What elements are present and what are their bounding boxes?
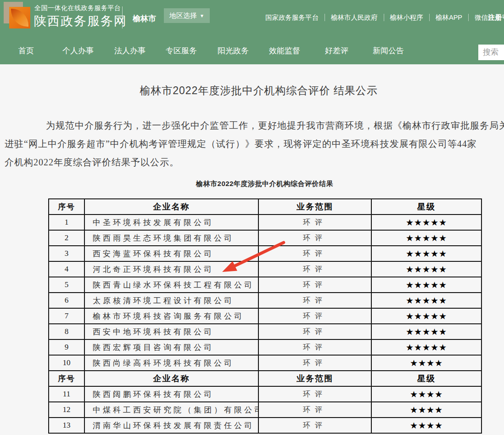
table-row: 1中圣环境科技发展有限公司环评★★★★★	[49, 215, 482, 230]
row-number: 13	[49, 418, 84, 433]
register-link[interactable]: 注册	[488, 13, 502, 22]
row-number: 1	[49, 215, 84, 230]
company-name: 陕西宏辉项目咨询有限公司	[84, 339, 258, 355]
row-number: 7	[49, 308, 84, 324]
nav-item-3[interactable]: 法人办事	[114, 45, 146, 56]
business-scope: 环评	[258, 324, 371, 339]
business-scope: 环评	[258, 246, 371, 261]
star-rating: ★★★★	[371, 402, 482, 418]
nav-item-1[interactable]: 首页	[18, 45, 34, 56]
column-header: 业务范围	[258, 199, 371, 215]
table-row: 6太原核清环境工程设计有限公司环评★★★★★	[49, 293, 482, 308]
company-name: 榆林市环境科技咨询服务有限公司	[84, 308, 258, 324]
table-row: 3西安海蓝环保科技有限公司环评★★★★★	[49, 246, 482, 261]
star-rating: ★★★★★	[371, 339, 482, 355]
company-name: 河北奇正环境科技有限公司	[84, 261, 258, 277]
company-name: 渭南华山环保科技发展有限责任公司	[84, 418, 258, 433]
chevron-down-icon: ▼	[200, 13, 204, 18]
row-number: 12	[49, 402, 84, 418]
table-row: 4河北奇正环境科技有限公司环评★★★★★	[49, 261, 482, 277]
business-scope: 环评	[258, 339, 371, 355]
company-name: 太原核清环境工程设计有限公司	[84, 293, 258, 308]
nav-item-5[interactable]: 阳光政务	[218, 45, 249, 56]
row-number: 10	[49, 355, 84, 371]
company-name: 陕西阔鹏环保科技有限公司	[84, 386, 258, 402]
header-link[interactable]: 榆林市人民政府	[325, 14, 384, 21]
paragraph-line: 为规范中介服务行为，进一步强化中介监管工作，更好地提升我市营商环境，根据《榆林市…	[5, 116, 504, 135]
star-rating: ★★★★	[371, 355, 482, 371]
company-name: 西安中地环境科技有限公司	[84, 324, 258, 339]
business-scope: 环评	[258, 418, 371, 433]
page: 全国一体化在线政务服务平台 陕西政务服务网 榆林市 地区选择▼ 国家政务服务平台…	[0, 0, 504, 435]
nav-item-6[interactable]: 效能监督	[269, 45, 300, 56]
business-scope: 环评	[258, 386, 371, 402]
nav-item-8[interactable]: 新闻公告	[373, 45, 404, 56]
column-header: 序号	[49, 199, 84, 215]
platform-label: 全国一体化在线政务服务平台	[34, 4, 121, 12]
main-nav: 首页个人办事法人办事专区服务阳光政务效能监督好差评新闻公告	[0, 36, 504, 64]
table-row: 5陕西青山绿水环保科技工程有限公司环评★★★★★	[49, 277, 482, 293]
business-scope: 环评	[258, 215, 371, 230]
star-rating: ★★★★★	[371, 293, 482, 308]
company-name: 西安海蓝环保科技有限公司	[84, 246, 258, 261]
table-row: 12中煤科工西安研究院（集团）有限公司环评★★★★	[49, 402, 482, 418]
announcement-content: 榆林市2022年度涉批中介机构综合评价 结果公示 为规范中介服务行为，进一步强化…	[0, 64, 504, 435]
row-number: 9	[49, 339, 84, 355]
star-rating: ★★★★★	[371, 324, 482, 339]
header-link[interactable]: 榆林小程序	[384, 14, 430, 21]
header-link[interactable]: 国家政务服务平台	[265, 14, 325, 21]
company-name: 中煤科工西安研究院（集团）有限公司	[84, 402, 258, 418]
star-rating: ★★★★★	[371, 246, 482, 261]
site-logo-icon	[4, 2, 30, 29]
business-scope: 环评	[258, 230, 371, 246]
table-caption: 榆林市2022年度涉批中介机构综合评价结果	[0, 180, 504, 188]
header-quick-links: 国家政务服务平台榆林市人民政府榆林小程序榆林APP微信公众号	[265, 14, 504, 21]
table-row: 8西安中地环境科技有限公司环评★★★★★	[49, 324, 482, 339]
star-rating: ★★★★★	[371, 308, 482, 324]
nav-item-4[interactable]: 专区服务	[166, 45, 197, 56]
business-scope: 环评	[258, 355, 371, 371]
column-header: 星级	[371, 199, 482, 215]
column-header: 星级	[371, 371, 482, 386]
row-number: 8	[49, 324, 84, 339]
page-title: 榆林市2022年度涉批中介机构综合评价 结果公示	[0, 84, 504, 98]
column-header: 企业名称	[84, 371, 258, 386]
nav-item-2[interactable]: 个人办事	[62, 45, 94, 56]
table-header-row: 序号企业名称业务范围星级	[49, 371, 482, 386]
star-rating: ★★★★	[371, 386, 482, 402]
star-rating: ★★★★★	[371, 230, 482, 246]
company-name: 陕西雨昊生态环境集团有限公司	[84, 230, 258, 246]
region-selector-label: 地区选择	[169, 11, 197, 19]
table-header-row: 序号企业名称业务范围星级	[49, 199, 482, 215]
star-rating: ★★★★★	[371, 261, 482, 277]
company-name: 陕西尚绿高科环境科技有限公司	[84, 355, 258, 371]
star-rating: ★★★★	[371, 418, 482, 433]
header-link[interactable]: 榆林APP	[430, 14, 469, 21]
nav-item-7[interactable]: 好差评	[325, 45, 348, 56]
search-input[interactable]	[478, 45, 504, 60]
table-row: 10陕西尚绿高科环境科技有限公司环评★★★★	[49, 355, 482, 371]
business-scope: 环评	[258, 261, 371, 277]
business-scope: 环评	[258, 277, 371, 293]
row-number: 2	[49, 230, 84, 246]
business-scope: 环评	[258, 402, 371, 418]
star-rating: ★★★★★	[371, 277, 482, 293]
row-number: 3	[49, 246, 84, 261]
business-scope: 环评	[258, 293, 371, 308]
star-rating: ★★★★★	[371, 215, 482, 230]
table-row: 13渭南华山环保科技发展有限责任公司环评★★★★	[49, 418, 482, 433]
evaluation-result-table: 序号企业名称业务范围星级1中圣环境科技发展有限公司环评★★★★★2陕西雨昊生态环…	[48, 198, 482, 434]
table-row: 11陕西阔鹏环保科技有限公司环评★★★★	[49, 386, 482, 402]
region-selector-button[interactable]: 地区选择▼	[164, 8, 210, 23]
row-number: 4	[49, 261, 84, 277]
announcement-paragraph: 为规范中介服务行为，进一步强化中介监管工作，更好地提升我市营商环境，根据《榆林市…	[5, 116, 504, 171]
header-divider	[122, 6, 123, 28]
table-row: 7榆林市环境科技咨询服务有限公司环评★★★★★	[49, 308, 482, 324]
site-title: 陕西政务服务网	[34, 13, 127, 29]
row-number: 6	[49, 293, 84, 308]
paragraph-line: 介机构2022年度综合评价结果予以公示。	[5, 153, 504, 171]
column-header: 企业名称	[84, 199, 258, 215]
business-scope: 环评	[258, 308, 371, 324]
table-row: 9陕西宏辉项目咨询有限公司环评★★★★★	[49, 339, 482, 355]
company-name: 陕西青山绿水环保科技工程有限公司	[84, 277, 258, 293]
